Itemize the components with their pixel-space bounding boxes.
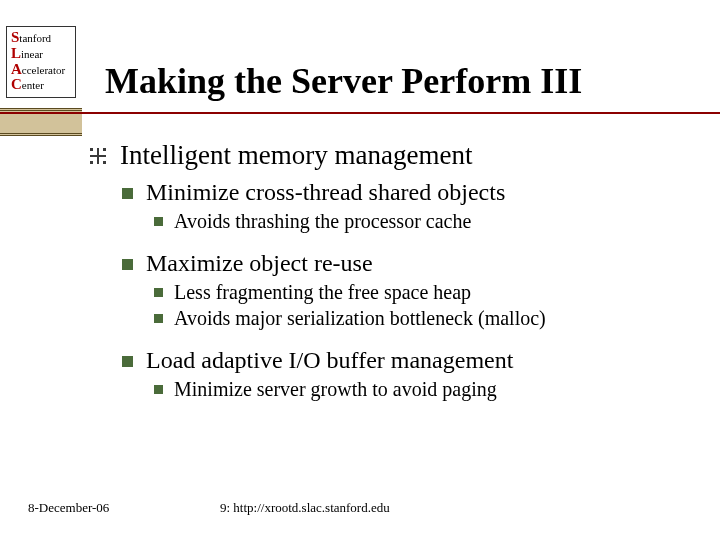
svg-rect-5 bbox=[103, 161, 106, 164]
slide: Stanford Linear Accelerator Center Makin… bbox=[0, 0, 720, 540]
bullet-level2: Load adaptive I/O buffer management bbox=[120, 347, 700, 374]
slide-title: Making the Server Perform III bbox=[105, 60, 582, 102]
lvl2-text-0: Minimize cross-thread shared objects bbox=[146, 179, 505, 205]
lvl2-text-2: Load adaptive I/O buffer management bbox=[146, 347, 513, 373]
content-area: Intelligent memory management Minimize c… bbox=[90, 140, 700, 404]
lvl3-text-1-0: Less fragmenting the free space heap bbox=[174, 281, 471, 303]
footer-ref: 9: http://xrootd.slac.stanford.edu bbox=[220, 500, 390, 516]
lvl3-text-2-0: Minimize server growth to avoid paging bbox=[174, 378, 497, 400]
lvl3-text-1-1: Avoids major serialization bottleneck (m… bbox=[174, 307, 546, 329]
title-underline bbox=[0, 112, 720, 114]
lvl1-text: Intelligent memory management bbox=[120, 140, 472, 170]
footer-date: 8-December-06 bbox=[28, 500, 109, 516]
svg-rect-3 bbox=[103, 148, 106, 151]
lvl3-text-0-0: Avoids thrashing the processor cache bbox=[174, 210, 471, 232]
cross-bullet-icon bbox=[90, 148, 106, 164]
bullet-level2: Minimize cross-thread shared objects bbox=[120, 179, 700, 206]
logo-rest-4: enter bbox=[22, 79, 44, 91]
slac-logo: Stanford Linear Accelerator Center bbox=[6, 26, 76, 98]
logo-cap-c: C bbox=[11, 76, 22, 92]
bullet-level3: Avoids major serialization bottleneck (m… bbox=[152, 307, 700, 330]
bullet-level1: Intelligent memory management bbox=[90, 140, 700, 171]
logo-rest-3: ccelerator bbox=[22, 64, 65, 76]
logo-cap-a: A bbox=[11, 61, 22, 77]
logo-cap-l: L bbox=[11, 45, 21, 61]
bullet-level3: Minimize server growth to avoid paging bbox=[152, 378, 700, 401]
bullet-level3: Less fragmenting the free space heap bbox=[152, 281, 700, 304]
bullet-level3: Avoids thrashing the processor cache bbox=[152, 210, 700, 233]
logo-rest-1: tanford bbox=[19, 32, 51, 44]
bullet-level2: Maximize object re-use bbox=[120, 250, 700, 277]
svg-rect-4 bbox=[90, 161, 93, 164]
logo-rest-2: inear bbox=[21, 48, 43, 60]
svg-rect-1 bbox=[90, 155, 106, 157]
lvl2-text-1: Maximize object re-use bbox=[146, 250, 373, 276]
svg-rect-2 bbox=[90, 148, 93, 151]
